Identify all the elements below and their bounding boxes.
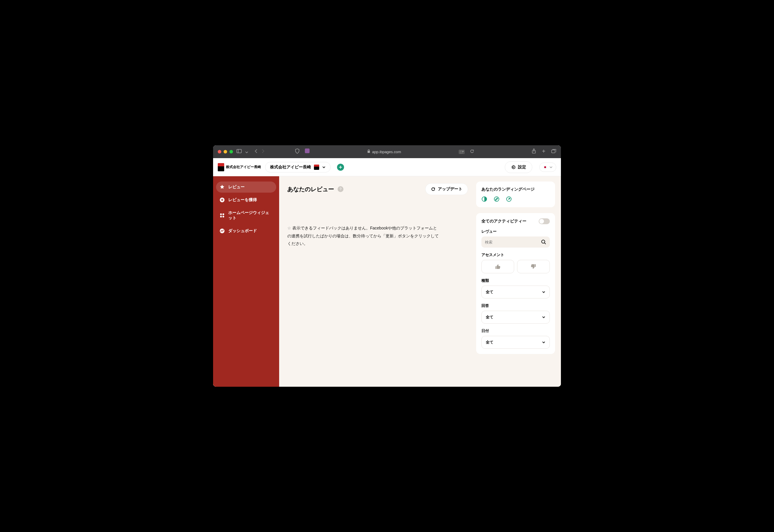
address-bar[interactable]: app.ibpages.com (313, 149, 455, 154)
sidebar-item-label: ホームページウィジェット (228, 210, 273, 221)
page-header: あなたのレビュー ? アップデート (287, 183, 468, 195)
org-switcher[interactable]: 株式会社アイビー長崎 (265, 162, 331, 172)
tabs-overview-icon[interactable] (551, 149, 556, 155)
right-panel: あなたのランディングページ 全てのアクティビティー (476, 176, 561, 387)
chevron-down-icon (322, 166, 326, 168)
app-logo[interactable]: 株式会社アイビー長崎 (218, 161, 261, 173)
star-icon (220, 184, 225, 190)
sidebar-item-label: ダッシュボード (228, 228, 257, 234)
filters-card: 全てのアクティビティー レヴュー アセスメント (476, 213, 555, 354)
gear-icon (511, 165, 516, 170)
share-icon[interactable] (532, 148, 536, 155)
date-value: 全て (486, 340, 493, 345)
search-icon (541, 239, 546, 245)
main-content: あなたのレビュー ? アップデート ☆表示できるフィードバックはありません。Fa… (279, 176, 476, 387)
sidebar-item-dashboard[interactable]: ダッシュボード (216, 225, 276, 236)
jp-flag-icon (543, 165, 547, 169)
window-controls (218, 150, 233, 153)
translate-icon[interactable]: ⬚ᴬ (459, 150, 465, 154)
close-window-button[interactable] (218, 150, 221, 153)
chevron-down-icon (542, 291, 545, 293)
settings-label: 設定 (518, 165, 526, 170)
settings-button[interactable]: 設定 (505, 161, 532, 173)
svg-point-6 (220, 213, 222, 215)
grid-icon (220, 213, 225, 218)
locale-switcher[interactable] (539, 163, 556, 172)
date-label: 日付 (481, 328, 550, 334)
thumbs-down-button[interactable] (517, 260, 550, 273)
type-value: 全て (486, 289, 493, 295)
activity-toggle[interactable] (539, 218, 550, 224)
thumbs-down-icon (531, 264, 536, 270)
search-box[interactable] (481, 236, 550, 248)
reload-icon[interactable] (470, 149, 474, 155)
landing-page-title: あなたのランディングページ (481, 187, 550, 192)
landing-page-card: あなたのランディングページ (476, 182, 555, 207)
thumbs-up-button[interactable] (481, 260, 514, 273)
svg-rect-4 (552, 150, 555, 153)
forward-button[interactable] (262, 149, 265, 155)
view-landing-icon[interactable] (481, 196, 487, 202)
svg-rect-0 (237, 149, 241, 153)
edit-landing-icon[interactable] (494, 196, 500, 202)
maximize-window-button[interactable] (229, 150, 233, 153)
help-icon[interactable]: ? (338, 186, 343, 192)
back-button[interactable] (255, 149, 258, 155)
sidebar-item-widgets[interactable]: ホームページウィジェット (216, 207, 276, 224)
answer-select[interactable]: 全て (481, 311, 550, 324)
svg-point-12 (494, 197, 499, 201)
svg-point-9 (222, 216, 224, 217)
minimize-window-button[interactable] (224, 150, 227, 153)
empty-message-text: 表示できるフィードバックはありません。Facebookや他のプラットフォームとの… (287, 226, 439, 246)
svg-point-7 (222, 213, 224, 215)
open-landing-icon[interactable] (506, 196, 512, 202)
logo-text: 株式会社アイビー長崎 (226, 165, 261, 170)
sidebar-item-label: レビューを獲得 (228, 197, 257, 203)
app-header: 株式会社アイビー長崎 株式会社アイビー長崎 設定 (213, 158, 561, 176)
sidebar-item-get-reviews[interactable]: レビューを獲得 (216, 194, 276, 205)
star-outline-icon: ☆ (287, 226, 291, 230)
type-label: 種類 (481, 278, 550, 283)
page-title: あなたのレビュー (287, 185, 334, 193)
add-button[interactable] (337, 164, 344, 171)
type-select[interactable]: 全て (481, 286, 550, 298)
sidebar-item-label: レビュー (228, 184, 245, 190)
plus-circle-icon (220, 197, 225, 203)
thumbs-up-icon (495, 264, 501, 270)
review-filter-label: レヴュー (481, 229, 550, 234)
assessment-label: アセスメント (481, 252, 550, 258)
logo-icon (218, 163, 224, 171)
lock-icon (367, 149, 370, 154)
url-host: app.ibpages.com (372, 150, 401, 154)
answer-label: 回答 (481, 303, 550, 308)
org-name: 株式会社アイビー長崎 (270, 165, 311, 170)
new-tab-icon[interactable] (541, 149, 546, 155)
chevron-down-icon (542, 341, 545, 343)
update-button[interactable]: アップデート (425, 183, 468, 195)
svg-point-8 (220, 216, 222, 217)
sidebar-item-reviews[interactable]: レビュー (216, 182, 276, 193)
update-label: アップデート (438, 186, 462, 192)
date-select[interactable]: 全て (481, 336, 550, 349)
svg-point-14 (542, 240, 545, 243)
answer-value: 全て (486, 315, 493, 320)
chart-icon (220, 228, 225, 234)
org-mini-logo-icon (314, 165, 319, 170)
privacy-shield-icon[interactable] (295, 148, 300, 155)
chevron-down-icon[interactable] (245, 149, 248, 154)
svg-rect-2 (367, 151, 370, 153)
chevron-down-icon (550, 166, 552, 168)
browser-window: app.ibpages.com ⬚ᴬ 株式会社アイビー長崎 株式会社アイビー長崎 (213, 145, 561, 387)
empty-state: ☆表示できるフィードバックはありません。Facebookや他のプラットフォームと… (287, 224, 439, 248)
sidebar: レビュー レビューを獲得 ホームページウィジェット ダッシュボード (213, 176, 279, 387)
extension-icon[interactable] (305, 148, 310, 153)
app-body: レビュー レビューを獲得 ホームページウィジェット ダッシュボード あなたのレビ… (213, 176, 561, 387)
sidebar-toggle-icon[interactable] (236, 149, 242, 154)
activity-title: 全てのアクティビティー (481, 219, 526, 224)
search-input[interactable] (485, 240, 541, 244)
chevron-down-icon (542, 316, 545, 318)
browser-toolbar: app.ibpages.com ⬚ᴬ (213, 145, 561, 158)
refresh-icon (431, 187, 436, 191)
